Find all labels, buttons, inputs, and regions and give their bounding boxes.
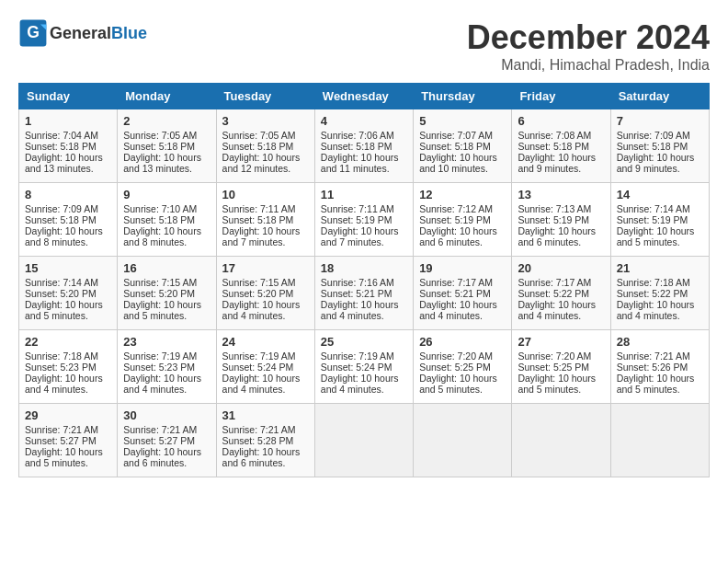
table-row: 29Sunrise: 7:21 AMSunset: 5:27 PMDayligh…	[19, 404, 118, 477]
table-row: 18Sunrise: 7:16 AMSunset: 5:21 PMDayligh…	[314, 257, 413, 330]
logo-icon: G	[18, 18, 48, 48]
calendar-title: December 2024	[467, 18, 710, 57]
table-row: 16Sunrise: 7:15 AMSunset: 5:20 PMDayligh…	[118, 257, 216, 330]
table-row: 4Sunrise: 7:06 AMSunset: 5:18 PMDaylight…	[314, 109, 413, 183]
col-sunday: Sunday	[19, 84, 118, 109]
calendar-subtitle: Mandi, Himachal Pradesh, India	[467, 57, 710, 74]
table-row: 13Sunrise: 7:13 AMSunset: 5:19 PMDayligh…	[512, 183, 610, 257]
calendar-header-row: Sunday Monday Tuesday Wednesday Thursday…	[19, 84, 710, 109]
table-row: 10Sunrise: 7:11 AMSunset: 5:18 PMDayligh…	[216, 183, 314, 257]
table-row: 30Sunrise: 7:21 AMSunset: 5:27 PMDayligh…	[118, 404, 216, 477]
col-tuesday: Tuesday	[216, 84, 314, 109]
table-row	[512, 404, 610, 477]
table-row: 8Sunrise: 7:09 AMSunset: 5:18 PMDaylight…	[19, 183, 118, 257]
table-row: 14Sunrise: 7:14 AMSunset: 5:19 PMDayligh…	[610, 183, 709, 257]
table-row: 21Sunrise: 7:18 AMSunset: 5:22 PMDayligh…	[610, 257, 709, 330]
table-row: 6Sunrise: 7:08 AMSunset: 5:18 PMDaylight…	[512, 109, 610, 183]
col-monday: Monday	[118, 84, 216, 109]
logo-text-general: General	[50, 24, 111, 42]
table-row: 24Sunrise: 7:19 AMSunset: 5:24 PMDayligh…	[216, 330, 314, 404]
page-header: G GeneralBlue December 2024 Mandi, Himac…	[18, 18, 710, 74]
table-row: 7Sunrise: 7:09 AMSunset: 5:18 PMDaylight…	[610, 109, 709, 183]
table-row: 31Sunrise: 7:21 AMSunset: 5:28 PMDayligh…	[216, 404, 314, 477]
table-row: 25Sunrise: 7:19 AMSunset: 5:24 PMDayligh…	[314, 330, 413, 404]
table-row: 15Sunrise: 7:14 AMSunset: 5:20 PMDayligh…	[19, 257, 118, 330]
col-saturday: Saturday	[610, 84, 709, 109]
table-row: 19Sunrise: 7:17 AMSunset: 5:21 PMDayligh…	[414, 257, 512, 330]
logo-text-blue: Blue	[111, 24, 147, 42]
table-row	[610, 404, 709, 477]
table-row: 1Sunrise: 7:04 AMSunset: 5:18 PMDaylight…	[19, 109, 118, 183]
table-row	[314, 404, 413, 477]
col-thursday: Thursday	[414, 84, 512, 109]
svg-text:G: G	[27, 23, 40, 41]
col-wednesday: Wednesday	[314, 84, 413, 109]
table-row: 12Sunrise: 7:12 AMSunset: 5:19 PMDayligh…	[414, 183, 512, 257]
table-row: 26Sunrise: 7:20 AMSunset: 5:25 PMDayligh…	[414, 330, 512, 404]
col-friday: Friday	[512, 84, 610, 109]
table-row: 9Sunrise: 7:10 AMSunset: 5:18 PMDaylight…	[118, 183, 216, 257]
title-block: December 2024 Mandi, Himachal Pradesh, I…	[467, 18, 710, 74]
table-row: 11Sunrise: 7:11 AMSunset: 5:19 PMDayligh…	[314, 183, 413, 257]
table-row: 23Sunrise: 7:19 AMSunset: 5:23 PMDayligh…	[118, 330, 216, 404]
table-row: 22Sunrise: 7:18 AMSunset: 5:23 PMDayligh…	[19, 330, 118, 404]
logo: G GeneralBlue	[18, 18, 147, 48]
table-row: 3Sunrise: 7:05 AMSunset: 5:18 PMDaylight…	[216, 109, 314, 183]
table-row: 2Sunrise: 7:05 AMSunset: 5:18 PMDaylight…	[118, 109, 216, 183]
table-row: 27Sunrise: 7:20 AMSunset: 5:25 PMDayligh…	[512, 330, 610, 404]
table-row: 20Sunrise: 7:17 AMSunset: 5:22 PMDayligh…	[512, 257, 610, 330]
table-row: 17Sunrise: 7:15 AMSunset: 5:20 PMDayligh…	[216, 257, 314, 330]
calendar-table: Sunday Monday Tuesday Wednesday Thursday…	[18, 83, 710, 477]
table-row: 28Sunrise: 7:21 AMSunset: 5:26 PMDayligh…	[610, 330, 709, 404]
table-row	[414, 404, 512, 477]
table-row: 5Sunrise: 7:07 AMSunset: 5:18 PMDaylight…	[414, 109, 512, 183]
